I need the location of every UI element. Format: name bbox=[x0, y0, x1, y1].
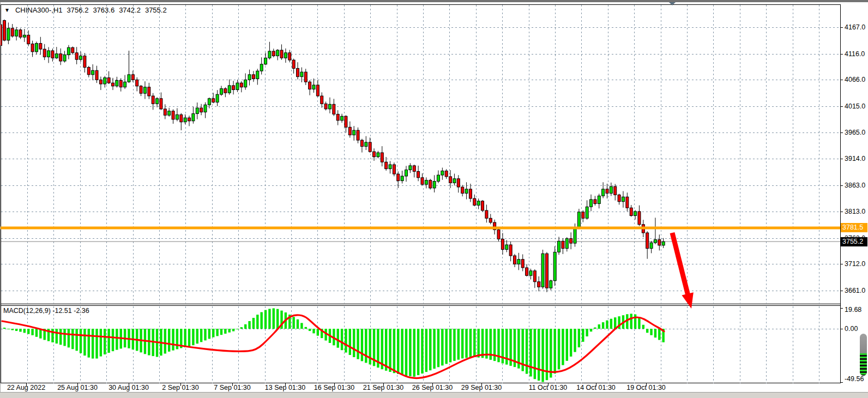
price-tick-label: 3914.0 bbox=[845, 154, 865, 163]
panel-splitter-bottom[interactable] bbox=[0, 305, 841, 306]
price-tick-label: 4066.0 bbox=[845, 75, 865, 84]
price-tick bbox=[840, 264, 843, 264]
price-tick-label: 4116.0 bbox=[845, 50, 865, 58]
chart-border-left bbox=[1, 4, 1, 383]
time-tick-label: 22 Aug 2022 bbox=[0, 384, 53, 391]
price-tick-label: 3863.0 bbox=[845, 181, 865, 190]
window-top-edge bbox=[0, 0, 868, 2]
macd-tick-label: 0.00 bbox=[845, 324, 858, 333]
price-tick-label: 4015.0 bbox=[845, 102, 865, 111]
time-tick-label: 2 Sep 01:30 bbox=[153, 384, 208, 391]
time-tick-label: 13 Sep 01:30 bbox=[258, 384, 312, 391]
price-tick-label: 3965.0 bbox=[845, 128, 865, 137]
hline-price-flag: 3781.5 bbox=[841, 223, 867, 232]
time-tick-label: 19 Oct 01:30 bbox=[619, 384, 673, 391]
price-tick bbox=[840, 212, 843, 212]
window-bottom-edge bbox=[0, 392, 868, 398]
macd-tick-label: 19.68 bbox=[845, 305, 861, 314]
macd-tick bbox=[840, 308, 843, 309]
quote-low: 3742.2 bbox=[119, 6, 141, 14]
macd-tick-label: -49.56 bbox=[845, 375, 864, 383]
time-tick-label: 25 Aug 01:30 bbox=[50, 384, 105, 391]
chart-header: ▼ CHINA300-,H1 3756.2 3763.6 3742.2 3755… bbox=[4, 6, 167, 14]
quote-close: 3755.2 bbox=[145, 6, 167, 14]
symbol-period-label: CHINA300-,H1 bbox=[15, 6, 63, 14]
quote-high: 3763.6 bbox=[93, 6, 114, 14]
macd-panel[interactable] bbox=[1, 306, 840, 383]
time-tick-label: 16 Sep 01:30 bbox=[307, 384, 361, 391]
price-tick-label: 3712.0 bbox=[845, 260, 865, 268]
chart-border-top bbox=[0, 4, 841, 5]
current-price-flag: 3755.2 bbox=[841, 237, 867, 246]
time-axis[interactable]: 22 Aug 202225 Aug 01:3030 Aug 01:302 Sep… bbox=[0, 383, 868, 392]
time-tick-label: 7 Sep 01:30 bbox=[205, 384, 260, 391]
price-tick-label: 3813.0 bbox=[845, 207, 865, 216]
price-tick bbox=[840, 80, 843, 80]
price-tick bbox=[840, 159, 843, 159]
price-tick bbox=[840, 291, 843, 291]
time-tick-label: 21 Sep 01:30 bbox=[356, 384, 411, 391]
mt4-chart-window: ▼ CHINA300-,H1 3756.2 3763.6 3742.2 3755… bbox=[0, 0, 868, 398]
window-left-edge bbox=[0, 2, 1, 398]
price-tick bbox=[840, 185, 843, 186]
price-chart-panel[interactable] bbox=[1, 5, 840, 304]
time-tick-label: 29 Sep 01:30 bbox=[454, 384, 509, 391]
symbol-dropdown-icon[interactable]: ▼ bbox=[4, 7, 10, 13]
time-tick-label: 11 Oct 01:30 bbox=[521, 384, 575, 391]
price-tick bbox=[840, 27, 843, 28]
macd-tick bbox=[840, 329, 843, 329]
quote-open: 3756.2 bbox=[67, 6, 89, 14]
scroll-indicator-stripes bbox=[860, 353, 867, 376]
price-tick-label: 3661.0 bbox=[845, 286, 865, 295]
time-tick-label: 14 Oct 01:30 bbox=[569, 384, 623, 391]
macd-tick bbox=[840, 382, 843, 383]
macd-indicator-label: MACD(12,26,9) -12.51 -2.36 bbox=[3, 307, 89, 315]
time-tick-label: 26 Sep 01:30 bbox=[405, 384, 460, 391]
price-tick-label: 4167.0 bbox=[845, 23, 865, 32]
scroll-indicator[interactable] bbox=[860, 334, 867, 376]
panel-splitter-top[interactable] bbox=[0, 304, 841, 304]
price-tick bbox=[840, 54, 843, 55]
time-tick-label: 30 Aug 01:30 bbox=[101, 384, 156, 391]
price-tick bbox=[840, 132, 843, 133]
price-tick bbox=[840, 106, 843, 107]
